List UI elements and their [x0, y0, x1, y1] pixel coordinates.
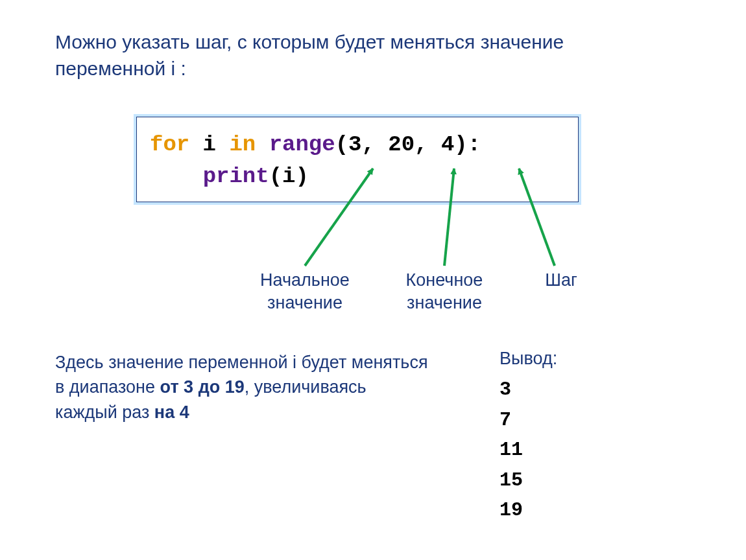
indent: [150, 164, 203, 189]
keyword-in: in: [229, 132, 256, 157]
explanation-text: Здесь значение переменной i будет менять…: [55, 350, 431, 425]
identifier-i: i: [189, 132, 229, 157]
label-step: Шаг: [535, 269, 587, 292]
label-start-value: Начальное значение: [247, 269, 363, 314]
func-print: print: [203, 164, 269, 189]
code-snippet: for i in range(3, 20, 4): print(i): [150, 129, 481, 193]
explain-bold1: от 3 до 19: [160, 377, 245, 397]
arrows-svg: [0, 0, 746, 560]
label-end-value: Конечное значение: [389, 269, 499, 314]
output-values: 3 7 11 15 19: [499, 375, 523, 526]
heading-text: Можно указать шаг, с которым будет менят…: [55, 29, 639, 82]
range-args: (3, 20, 4):: [335, 132, 481, 157]
print-args: (i): [269, 164, 309, 189]
output-title: Вывод:: [499, 349, 557, 369]
keyword-for: for: [150, 132, 189, 157]
code-box: for i in range(3, 20, 4): print(i): [136, 117, 579, 202]
explain-bold2: на 4: [154, 402, 189, 422]
space: [256, 132, 269, 157]
slide: Можно указать шаг, с которым будет менят…: [0, 0, 746, 560]
func-range: range: [269, 132, 335, 157]
